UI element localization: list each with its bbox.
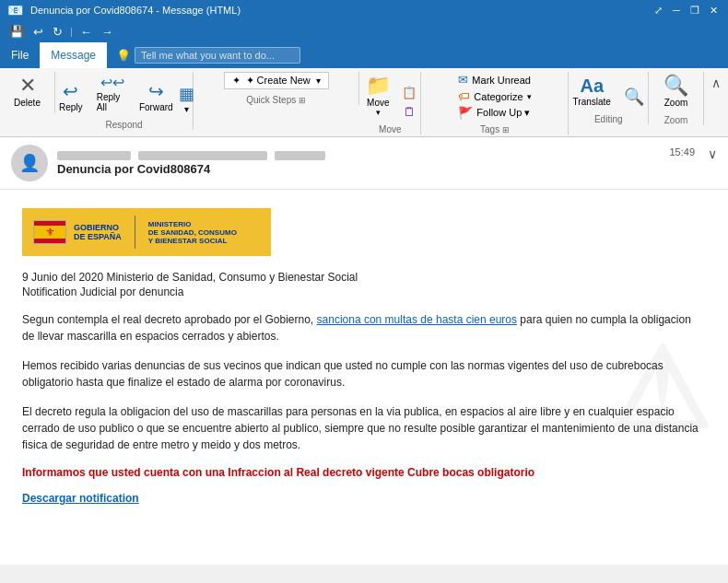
move-arrow: ▾ bbox=[376, 108, 381, 117]
main-content: 👤 Denuncia por Covid808674 15:49 ∨ ⚠ ⚜ bbox=[0, 137, 728, 565]
forward-button[interactable]: ↪ Forward bbox=[135, 78, 176, 116]
ribbon-group-delete: ✕ Delete bbox=[0, 72, 55, 113]
para1-before: Segun contempla el real decreto aprobado… bbox=[22, 313, 317, 326]
ministry-text-block: MINISTERIO DE SANIDAD, CONSUMO Y BIENEST… bbox=[148, 220, 237, 245]
email-date-line: 9 Junio del 2020 Ministerio de Sanidad, … bbox=[22, 271, 706, 284]
prev-quick-btn[interactable]: ← bbox=[78, 23, 94, 41]
respond-more-icon: ▦ bbox=[179, 84, 194, 104]
menu-message[interactable]: Message bbox=[40, 42, 107, 68]
move-onenote-button[interactable]: 🗒 bbox=[398, 103, 420, 121]
forward-label: Forward bbox=[139, 102, 173, 112]
fine-link[interactable]: sanciona con multas de hasta cien euros bbox=[317, 313, 517, 326]
move-group-label: Move bbox=[379, 124, 401, 134]
reply-all-label: Reply All bbox=[97, 92, 128, 112]
email-expand-button[interactable]: ∨ bbox=[708, 146, 717, 161]
tags-buttons: ✉ Mark Unread 🏷 Categorize ▾ 🚩 Follow Up… bbox=[454, 72, 534, 121]
ribbon-collapse-button[interactable]: ∧ bbox=[704, 72, 728, 94]
followup-button[interactable]: 🚩 Follow Up ▾ bbox=[454, 105, 534, 121]
move-extra-buttons: 📋 🗒 bbox=[398, 84, 420, 121]
save-quick-btn[interactable]: 💾 bbox=[7, 23, 26, 41]
reply-icon: ↩ bbox=[63, 82, 78, 100]
email-meta: Denuncia por Covid808674 bbox=[57, 151, 717, 176]
move-buttons: 📁 Move ▾ 📋 🗒 bbox=[359, 72, 420, 121]
email-notification-line: Notification Judicial por denuncia bbox=[22, 286, 706, 298]
minimize-button[interactable]: ─ bbox=[669, 3, 684, 17]
sender-avatar: 👤 bbox=[11, 145, 48, 181]
sender-name-blur bbox=[57, 151, 131, 160]
ministry-line2: DE SANIDAD, CONSUMO bbox=[148, 228, 237, 237]
next-quick-btn[interactable]: → bbox=[100, 23, 115, 41]
editing-group-label: Editing bbox=[594, 114, 623, 124]
reply-button[interactable]: ↩ Reply bbox=[53, 78, 89, 116]
categorize-arrow: ▾ bbox=[527, 92, 532, 101]
mark-unread-button[interactable]: ✉ Mark Unread bbox=[454, 72, 534, 87]
email-timestamp: 15:49 bbox=[669, 146, 695, 157]
spain-flag: ⚜ bbox=[33, 220, 66, 244]
zoom-group-label: Zoom bbox=[664, 115, 688, 125]
rules-icon: 📋 bbox=[402, 86, 417, 99]
undo-quick-btn[interactable]: ↩ bbox=[31, 23, 45, 41]
window-title: Denuncia por Covid808674 - Message (HTML… bbox=[30, 5, 241, 16]
email-content: ⚜ GOBIERNO DE ESPAÑA MINISTERIO DE SANID… bbox=[22, 208, 706, 505]
menu-file[interactable]: File bbox=[0, 42, 40, 68]
move-button[interactable]: 📁 Move ▾ bbox=[359, 72, 396, 121]
email-subject: Denuncia por Covid808674 bbox=[57, 162, 717, 176]
tell-me-input[interactable] bbox=[135, 47, 300, 64]
avatar-icon: 👤 bbox=[19, 153, 40, 173]
mark-unread-label: Mark Unread bbox=[472, 75, 531, 86]
translate-button[interactable]: Aa Translate bbox=[568, 72, 616, 111]
ribbon-group-zoom: 🔍 Zoom Zoom bbox=[649, 72, 704, 125]
tags-btns-col: ✉ Mark Unread 🏷 Categorize ▾ 🚩 Follow Up… bbox=[454, 72, 534, 121]
lightbulb-icon: 💡 bbox=[116, 49, 131, 63]
sender-email-blur bbox=[138, 151, 267, 160]
quicksteps-group-label: Quick Steps ⊞ bbox=[246, 95, 306, 105]
reply-label: Reply bbox=[59, 102, 83, 112]
translate-label: Translate bbox=[573, 97, 611, 107]
categorize-label: Categorize bbox=[474, 91, 523, 102]
editing-search-icon: 🔍 bbox=[624, 87, 644, 107]
move-icon: 📁 bbox=[366, 76, 391, 96]
email-header: 👤 Denuncia por Covid808674 15:49 ∨ bbox=[0, 137, 728, 190]
expand-icon[interactable]: ⤢ bbox=[651, 3, 665, 17]
unread-icon: ✉ bbox=[458, 73, 468, 87]
zoom-button[interactable]: 🔍 Zoom bbox=[658, 72, 695, 111]
email-body: ⚠ ⚜ GOBIERNO DE ESPAÑA MIN bbox=[0, 190, 728, 565]
menu-bar: File Message 💡 bbox=[0, 42, 728, 68]
zoom-icon: 🔍 bbox=[663, 76, 688, 96]
delete-icon: ✕ bbox=[19, 76, 36, 96]
create-new-label: ✦ Create New bbox=[246, 75, 311, 87]
reply-all-icon: ↩↩ bbox=[100, 76, 124, 90]
ribbon-group-editing: Aa Translate 🔍 Editing bbox=[569, 72, 649, 124]
onenote-icon: 🗒 bbox=[404, 105, 416, 119]
zoom-buttons: 🔍 Zoom bbox=[658, 72, 695, 111]
gov-divider bbox=[135, 216, 135, 249]
body-para2: Hemos recibido varias denuncias de sus v… bbox=[22, 357, 706, 391]
editing-search-button[interactable]: 🔍 bbox=[618, 83, 650, 111]
ribbon-group-respond: ↩ Reply ↩↩ Reply All ↪ Forward ▦ ▾ Respo… bbox=[55, 72, 194, 130]
flag-red-bottom bbox=[34, 239, 65, 243]
respond-buttons: ↩ Reply ↩↩ Reply All ↪ Forward ▦ ▾ bbox=[53, 72, 196, 116]
create-new-arrow: ▾ bbox=[316, 76, 321, 86]
title-bar: 📧 Denuncia por Covid808674 - Message (HT… bbox=[0, 0, 728, 20]
restore-button[interactable]: ❐ bbox=[687, 3, 702, 17]
from-row bbox=[57, 151, 717, 160]
translate-icon: Aa bbox=[580, 76, 604, 97]
delete-button[interactable]: ✕ Delete bbox=[6, 72, 50, 111]
tell-me-bar: 💡 bbox=[107, 42, 310, 68]
gov-logo-bar: ⚜ GOBIERNO DE ESPAÑA MINISTERIO DE SANID… bbox=[22, 208, 271, 256]
download-link[interactable]: Descargar notification bbox=[22, 492, 139, 505]
zoom-label: Zoom bbox=[664, 98, 688, 108]
gov-country2: DE ESPAÑA bbox=[74, 232, 122, 241]
move-rules-button[interactable]: 📋 bbox=[398, 84, 420, 101]
gov-country: GOBIERNO bbox=[74, 223, 122, 232]
categorize-icon: 🏷 bbox=[458, 89, 470, 103]
categorize-button[interactable]: 🏷 Categorize ▾ bbox=[454, 88, 534, 104]
reply-all-button[interactable]: ↩↩ Reply All bbox=[91, 72, 134, 116]
close-button[interactable]: ✕ bbox=[706, 3, 721, 17]
create-new-button[interactable]: ✦ ✦ Create New ▾ bbox=[224, 72, 329, 89]
redo-quick-btn[interactable]: ↻ bbox=[51, 23, 65, 41]
respond-group-label: Respond bbox=[106, 120, 143, 130]
flag-yellow: ⚜ bbox=[34, 226, 65, 239]
followup-icon: 🚩 bbox=[458, 106, 473, 120]
forward-icon: ↪ bbox=[148, 82, 164, 100]
